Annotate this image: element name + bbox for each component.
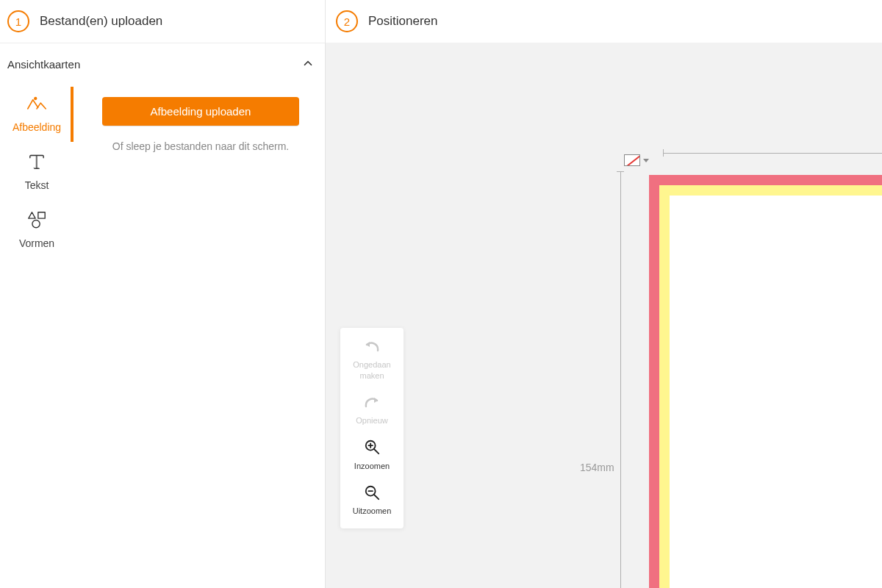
right-panel: 2 Positioneren 154mm: [326, 0, 882, 588]
redo-label: Opnieuw: [356, 415, 387, 426]
svg-line-5: [374, 449, 379, 453]
background-color-picker[interactable]: [624, 154, 649, 166]
text-icon: [26, 152, 47, 173]
ruler-vertical: [617, 171, 624, 588]
svg-rect-2: [38, 212, 45, 218]
left-panel: 1 Bestand(en) uploaden Ansichtkaarten Af…: [0, 0, 326, 588]
tab-vormen-label: Vormen: [19, 237, 54, 249]
step2-number: 2: [336, 10, 358, 32]
undo-button[interactable]: Ongedaan maken: [340, 331, 404, 387]
step1-header: 1 Bestand(en) uploaden: [0, 0, 325, 43]
svg-line-9: [374, 495, 379, 499]
ruler-horizontal: [663, 149, 882, 157]
step1-title: Bestand(en) uploaden: [40, 14, 162, 29]
tab-tekst[interactable]: Tekst: [0, 143, 74, 201]
zoom-out-icon: [363, 484, 381, 503]
step2-header: 2 Positioneren: [326, 0, 882, 43]
drag-hint: Of sleep je bestanden naar dit scherm.: [112, 140, 289, 152]
zoom-in-button[interactable]: Inzoomen: [340, 431, 404, 477]
tool-palette: Ongedaan maken Opnieuw: [340, 328, 404, 528]
canvas-area: 154mm Ongedaan maken: [326, 43, 882, 588]
step2-title: Positioneren: [368, 14, 438, 29]
upload-image-button[interactable]: Afbeelding uploaden: [102, 97, 299, 126]
shapes-icon: [26, 210, 47, 232]
redo-icon: [363, 394, 381, 412]
undo-icon: [363, 338, 381, 356]
tab-vormen[interactable]: Vormen: [0, 201, 74, 259]
ruler-horizontal-line: [663, 153, 882, 154]
redo-button[interactable]: Opnieuw: [340, 387, 404, 432]
svg-marker-1: [29, 212, 35, 218]
tab-afbeelding-label: Afbeelding: [12, 121, 61, 133]
zoom-out-label: Uitzoomen: [353, 506, 392, 516]
accordion-title: Ansichtkaarten: [7, 58, 80, 71]
image-icon: [26, 94, 47, 115]
accordion-header-ansichtkaarten[interactable]: Ansichtkaarten: [0, 43, 325, 85]
chevron-down-icon: [643, 159, 649, 162]
zoom-out-button[interactable]: Uitzoomen: [340, 477, 404, 523]
tab-content-afbeelding: Afbeelding uploaden Of sleep je bestande…: [74, 85, 325, 588]
chevron-up-icon: [301, 57, 315, 72]
ruler-height-label: 154mm: [580, 462, 614, 473]
side-tabs: Afbeelding Tekst: [0, 85, 74, 588]
card-safe-zone: [659, 185, 882, 588]
card-surface: [670, 196, 882, 588]
svg-point-3: [32, 220, 40, 227]
card-bleed[interactable]: [649, 175, 882, 588]
svg-point-0: [35, 98, 37, 100]
no-color-swatch-icon: [624, 154, 640, 166]
zoom-in-icon: [363, 439, 381, 457]
tab-afbeelding[interactable]: Afbeelding: [0, 85, 74, 143]
accordion-body: Afbeelding Tekst: [0, 85, 325, 588]
step1-number: 1: [7, 10, 29, 32]
ruler-vertical-line: [620, 171, 621, 588]
zoom-in-label: Inzoomen: [354, 461, 390, 471]
tab-tekst-label: Tekst: [25, 179, 49, 191]
undo-label: Ongedaan maken: [343, 359, 401, 381]
